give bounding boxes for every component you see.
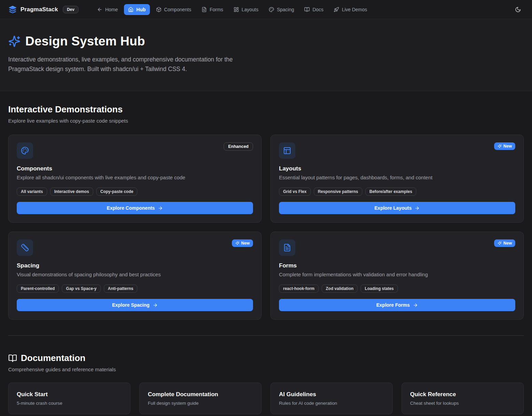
doc-card-ai-guidelines[interactable]: AI Guidelines Rules for AI code generati… bbox=[270, 383, 393, 414]
card-title: Layouts bbox=[279, 165, 515, 172]
docs-card-grid: Quick Start 5-minute crash course Comple… bbox=[8, 383, 524, 414]
hero-section: Design System Hub Interactive demonstrat… bbox=[0, 19, 532, 91]
doc-card-quick-start[interactable]: Quick Start 5-minute crash course bbox=[8, 383, 130, 414]
page-description: Interactive demonstrations, live example… bbox=[8, 55, 259, 74]
rocket-icon bbox=[334, 7, 339, 12]
new-badge: New bbox=[232, 239, 253, 247]
demo-card-spacing: New Spacing Visual demonstrations of spa… bbox=[8, 232, 262, 320]
button-label: Explore Layouts bbox=[375, 205, 412, 211]
nav-item-components[interactable]: Components bbox=[152, 4, 195, 15]
tag: Grid vs Flex bbox=[279, 188, 311, 196]
doc-card-quick-reference[interactable]: Quick Reference Cheat sheet for lookups bbox=[402, 383, 524, 414]
tag: Gap vs Space-y bbox=[62, 285, 100, 293]
nav-item-label: Layouts bbox=[242, 7, 258, 12]
tag: Zod validation bbox=[322, 285, 358, 293]
button-label: Explore Spacing bbox=[112, 302, 150, 308]
package-icon bbox=[156, 7, 162, 12]
explore-spacing-button[interactable]: Explore Spacing bbox=[17, 299, 253, 311]
arrow-right-icon bbox=[158, 206, 163, 211]
nav-item-forms[interactable]: Forms bbox=[197, 4, 227, 15]
tag: Anti-patterns bbox=[104, 285, 138, 293]
nav-item-live-demos[interactable]: Live Demos bbox=[330, 4, 371, 15]
forms-icon-tile bbox=[279, 239, 295, 256]
card-title: Forms bbox=[279, 262, 515, 269]
nav-item-hub[interactable]: Hub bbox=[124, 4, 150, 15]
doc-card-title: Quick Start bbox=[17, 391, 122, 398]
layers-logo-icon bbox=[8, 5, 17, 14]
nav-item-spacing[interactable]: Spacing bbox=[265, 4, 298, 15]
doc-card-title: Complete Documentation bbox=[148, 391, 253, 398]
arrow-right-icon bbox=[413, 303, 418, 308]
explore-layouts-button[interactable]: Explore Layouts bbox=[279, 202, 515, 214]
doc-card-description: Rules for AI code generation bbox=[279, 401, 384, 406]
panels-top-left-icon bbox=[283, 147, 291, 155]
moon-icon bbox=[515, 6, 521, 13]
main-content: Interactive Demonstrations Explore live … bbox=[0, 91, 532, 414]
nav-item-label: Spacing bbox=[277, 7, 294, 12]
palette-icon bbox=[269, 7, 274, 12]
button-label: Explore Components bbox=[107, 205, 155, 211]
tag: Interactive demos bbox=[50, 188, 93, 196]
docs-heading: Documentation bbox=[21, 353, 85, 363]
arrow-left-icon bbox=[97, 7, 102, 12]
file-text-icon bbox=[201, 7, 207, 12]
demos-subheading: Explore live examples with copy-paste co… bbox=[8, 118, 524, 124]
explore-components-button[interactable]: Explore Components bbox=[17, 202, 253, 214]
tag: Before/after examples bbox=[365, 188, 416, 196]
arrow-right-icon bbox=[153, 303, 158, 308]
book-open-icon bbox=[8, 354, 17, 363]
book-open-icon bbox=[304, 7, 310, 12]
page-title: Design System Hub bbox=[25, 34, 145, 48]
spacing-icon-tile bbox=[17, 239, 33, 256]
card-description: Explore all shadcn/ui components with li… bbox=[17, 175, 253, 180]
nav-item-label: Forms bbox=[210, 7, 223, 12]
tag: Copy-paste code bbox=[96, 188, 138, 196]
env-badge: Dev bbox=[63, 6, 79, 13]
documentation-section: Documentation Comprehensive guides and r… bbox=[8, 353, 524, 414]
doc-card-complete-documentation[interactable]: Complete Documentation Full design syste… bbox=[139, 383, 262, 414]
button-label: Explore Forms bbox=[376, 302, 410, 308]
enhanced-badge: Enhanced bbox=[224, 142, 253, 151]
arrow-right-icon bbox=[415, 206, 420, 211]
ruler-icon bbox=[21, 244, 29, 252]
badge-label: New bbox=[241, 241, 250, 246]
layout-dashboard-icon bbox=[234, 7, 239, 12]
tag: Parent-controlled bbox=[17, 285, 59, 293]
docs-subheading: Comprehensive guides and reference mater… bbox=[8, 366, 524, 372]
tag: Loading states bbox=[361, 285, 398, 293]
doc-card-title: AI Guidelines bbox=[279, 391, 384, 398]
file-text-icon bbox=[283, 244, 291, 252]
top-nav: PragmaStack Dev Home Hub Components Form… bbox=[0, 0, 532, 19]
doc-card-description: Cheat sheet for lookups bbox=[410, 401, 515, 406]
card-title: Components bbox=[17, 165, 253, 172]
layouts-icon-tile bbox=[279, 142, 295, 159]
demo-card-layouts: New Layouts Essential layout patterns fo… bbox=[270, 135, 524, 223]
tag: All variants bbox=[17, 188, 47, 196]
nav-item-home[interactable]: Home bbox=[93, 4, 122, 15]
nav-items: Home Hub Components Forms Layouts Spacin… bbox=[93, 4, 371, 15]
explore-forms-button[interactable]: Explore Forms bbox=[279, 299, 515, 311]
new-badge: New bbox=[494, 142, 515, 150]
tag: Responsive patterns bbox=[314, 188, 362, 196]
brand-name: PragmaStack bbox=[20, 6, 58, 13]
theme-toggle-button[interactable] bbox=[512, 4, 524, 15]
tag: react-hook-form bbox=[279, 285, 319, 293]
demo-card-forms: New Forms Complete form implementations … bbox=[270, 232, 524, 320]
card-description: Visual demonstrations of spacing philoso… bbox=[17, 272, 253, 277]
palette-icon bbox=[21, 147, 29, 155]
doc-card-description: Full design system guide bbox=[148, 401, 253, 406]
nav-item-layouts[interactable]: Layouts bbox=[229, 4, 263, 15]
nav-item-docs[interactable]: Docs bbox=[300, 4, 327, 15]
brand[interactable]: PragmaStack Dev bbox=[8, 5, 79, 14]
card-description: Complete form implementations with valid… bbox=[279, 272, 515, 277]
card-description: Essential layout patterns for pages, das… bbox=[279, 175, 515, 180]
sparkles-icon bbox=[235, 241, 239, 245]
sparkles-icon bbox=[498, 241, 502, 245]
card-title: Spacing bbox=[17, 262, 253, 269]
components-icon-tile bbox=[17, 142, 33, 159]
nav-item-label: Components bbox=[164, 7, 191, 12]
new-badge: New bbox=[494, 239, 515, 247]
sparkles-icon bbox=[8, 35, 20, 47]
nav-item-label: Home bbox=[105, 7, 118, 12]
nav-item-label: Live Demos bbox=[342, 7, 367, 12]
